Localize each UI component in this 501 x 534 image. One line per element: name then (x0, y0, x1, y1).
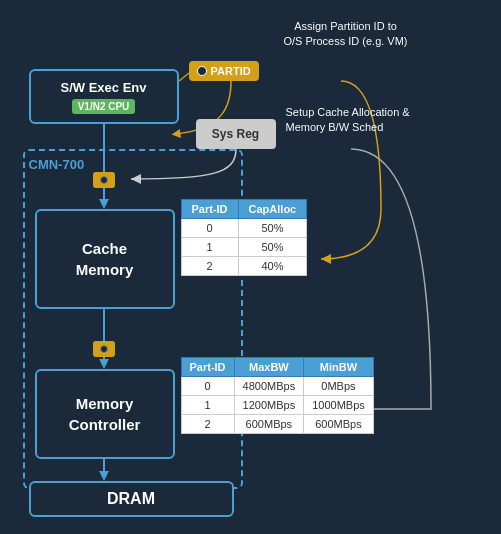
table-cell: 1 (181, 238, 238, 257)
table-cell: 1 (181, 396, 234, 415)
table-row: 150% (181, 238, 307, 257)
table-cell: 600MBps (234, 415, 304, 434)
svg-line-8 (179, 73, 189, 81)
sw-exec-box: S/W Exec Env V1/N2 CPU (29, 69, 179, 124)
main-diagram: Assign Partition ID to O/S Process ID (e… (11, 9, 491, 525)
cache-table-header-partid: Part-ID (181, 200, 238, 219)
table-cell: 600MBps (304, 415, 374, 434)
table-cell: 1200MBps (234, 396, 304, 415)
cache-table: Part-ID CapAlloc 050%150%240% (181, 199, 308, 276)
svg-marker-10 (321, 254, 331, 264)
partid-label: PARTID (211, 65, 251, 77)
cpu-badge: V1/N2 CPU (72, 99, 136, 114)
sw-exec-label: S/W Exec Env (61, 80, 147, 95)
dram-box: DRAM (29, 481, 234, 517)
table-cell: 0 (181, 377, 234, 396)
key-tag-memctrl (93, 341, 115, 357)
partid-tag: PARTID (189, 61, 259, 81)
table-cell: 0 (181, 219, 238, 238)
table-cell: 50% (238, 238, 307, 257)
table-cell: 0MBps (304, 377, 374, 396)
mem-table-header-maxbw: MaxBW (234, 358, 304, 377)
memory-controller-box: Memory Controller (35, 369, 175, 459)
cmn-label: CMN-700 (29, 157, 85, 172)
table-cell: 40% (238, 257, 307, 276)
table-row: 04800MBps0MBps (181, 377, 373, 396)
mem-table: Part-ID MaxBW MinBW 04800MBps0MBps11200M… (181, 357, 374, 434)
cache-memory-label: Cache Memory (76, 238, 134, 280)
table-cell: 4800MBps (234, 377, 304, 396)
table-cell: 50% (238, 219, 307, 238)
memory-controller-label: Memory Controller (69, 393, 141, 435)
cache-table-header-capalloc: CapAlloc (238, 200, 307, 219)
mem-table-header-minbw: MinBW (304, 358, 374, 377)
setup-text: Setup Cache Allocation & Memory B/W Sche… (286, 105, 486, 136)
table-row: 11200MBps1000MBps (181, 396, 373, 415)
table-cell: 2 (181, 257, 238, 276)
assign-text: Assign Partition ID to O/S Process ID (e… (226, 19, 466, 50)
sysreg-label: Sys Reg (212, 127, 259, 141)
table-row: 240% (181, 257, 307, 276)
key-tag-cache (93, 172, 115, 188)
table-row: 2600MBps600MBps (181, 415, 373, 434)
dram-label: DRAM (107, 490, 155, 508)
table-row: 050% (181, 219, 307, 238)
cache-memory-box: Cache Memory (35, 209, 175, 309)
table-cell: 1000MBps (304, 396, 374, 415)
sysreg-box: Sys Reg (196, 119, 276, 149)
mem-table-header-partid: Part-ID (181, 358, 234, 377)
table-cell: 2 (181, 415, 234, 434)
